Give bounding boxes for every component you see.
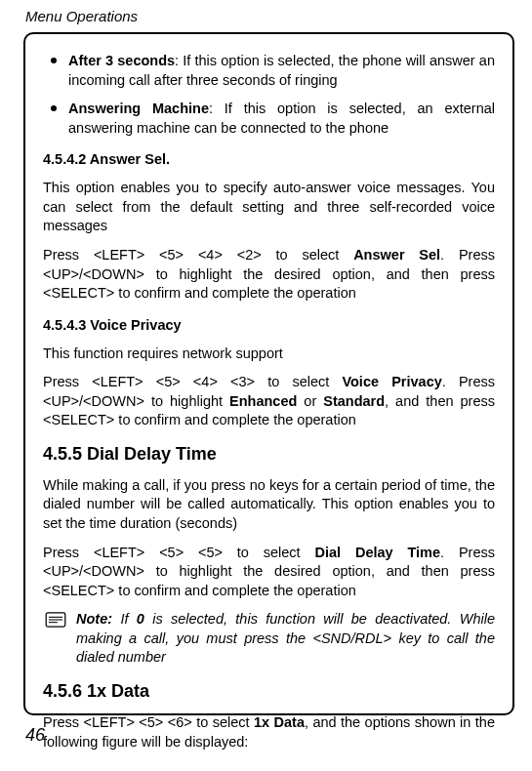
page: Menu Operations After 3 seconds: If this… [0,0,532,771]
text: Press <LEFT> <5> <4> <2> to select [43,247,353,263]
page-header: Menu Operations [25,8,514,24]
text-bold: 0 [137,611,144,627]
bullet-text: After 3 seconds: If this option is selec… [68,52,495,90]
paragraph: This function requires network support [43,345,495,364]
text-bold: Standard [323,393,385,409]
bullet-bold: Answering Machine [68,101,209,116]
bullet-icon [51,58,57,63]
text: Press <LEFT> <5> <6> to select [43,714,254,730]
section-heading: 4.5.4.3 Voice Privacy [43,317,495,333]
text-bold: Enhanced [229,393,297,409]
subsection-heading: 4.5.6 1x Data [43,681,495,702]
text: If [112,611,137,627]
section-heading: 4.5.4.2 Answer Sel. [43,151,495,167]
text: Press <LEFT> <5> <5> to select [43,545,315,560]
paragraph: While making a call, if you press no key… [43,476,495,534]
bullet-text: Answering Machine: If this option is sel… [68,100,495,138]
note-text: Note: If 0 is selected, this function wi… [76,610,495,668]
paragraph: Press <LEFT> <5> <4> <3> to select Voice… [43,373,495,430]
text-bold: Voice Privacy [342,374,441,389]
note-icon [45,612,66,668]
subsection-heading: 4.5.5 Dial Delay Time [43,444,495,465]
text-bold: Dial Delay Time [315,545,441,560]
text-bold: Answer Sel [353,247,440,263]
text: or [297,393,323,409]
text-bold: 1x Data [254,714,305,730]
bullet-icon [51,105,57,111]
bullet-bold: After 3 seconds [68,53,175,68]
note-label: Note: [76,611,112,627]
paragraph: Press <LEFT> <5> <5> to select Dial Dela… [43,544,495,601]
paragraph: This option enables you to specify auto-… [43,179,495,236]
list-item: Answering Machine: If this option is sel… [43,100,495,138]
list-item: After 3 seconds: If this option is selec… [43,52,495,90]
paragraph: Press <LEFT> <5> <4> <2> to select Answe… [43,246,495,304]
text: Press <LEFT> <5> <4> <3> to select [43,374,342,389]
content-box: After 3 seconds: If this option is selec… [23,32,514,715]
note: Note: If 0 is selected, this function wi… [43,610,495,668]
